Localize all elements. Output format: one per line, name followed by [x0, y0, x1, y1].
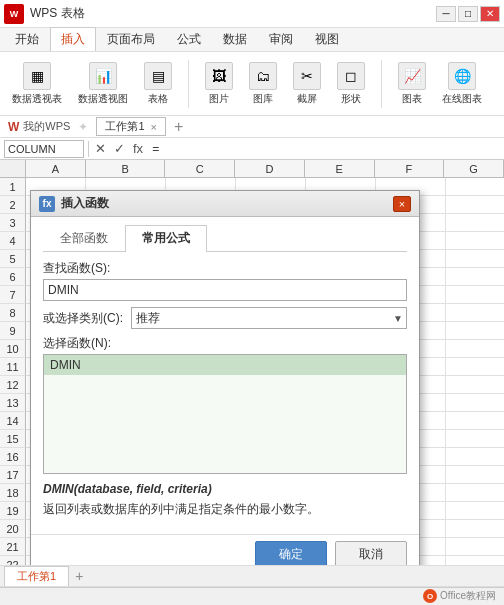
- cell-12-G[interactable]: [446, 376, 504, 393]
- row-header-13: 13: [0, 394, 26, 412]
- row-header-3: 3: [0, 214, 26, 232]
- tab-layout[interactable]: 页面布局: [96, 27, 166, 51]
- close-button[interactable]: ✕: [480, 6, 500, 22]
- cell-11-G[interactable]: [446, 358, 504, 375]
- shape-label: 形状: [341, 92, 361, 106]
- row-headers: 1234567891011121314151617181920212223242…: [0, 178, 26, 605]
- table-icon: ▤: [144, 62, 172, 90]
- cell-1-G[interactable]: [446, 178, 504, 195]
- status-bar: O Office教程网: [0, 587, 504, 605]
- tab-insert[interactable]: 插入: [50, 27, 96, 51]
- cell-9-G[interactable]: [446, 322, 504, 339]
- row-header-18: 18: [0, 484, 26, 502]
- insert-function-dialog[interactable]: fx 插入函数 × 全部函数 常用公式 查找函数(S):: [30, 190, 420, 578]
- formula-input[interactable]: [149, 140, 500, 158]
- shape-button[interactable]: ◻ 形状: [333, 60, 369, 108]
- cell-5-G[interactable]: [446, 250, 504, 267]
- tab-data[interactable]: 数据: [212, 27, 258, 51]
- function-list-item-dmin[interactable]: DMIN: [44, 355, 406, 375]
- cell-21-G[interactable]: [446, 538, 504, 555]
- search-row: 查找函数(S):: [43, 260, 407, 277]
- cell-13-G[interactable]: [446, 394, 504, 411]
- search-label: 查找函数(S):: [43, 260, 110, 277]
- workbook-tab-label: 工作第1: [105, 119, 144, 134]
- screenshot-icon: ✂: [293, 62, 321, 90]
- office-logo-icon: O: [423, 589, 437, 603]
- tab-home[interactable]: 开始: [4, 27, 50, 51]
- cell-7-G[interactable]: [446, 286, 504, 303]
- tab-formula[interactable]: 公式: [166, 27, 212, 51]
- col-header-a[interactable]: A: [26, 160, 86, 177]
- dialog-tab-common[interactable]: 常用公式: [125, 225, 207, 252]
- library-label: 图库: [253, 92, 273, 106]
- ok-button[interactable]: 确定: [255, 541, 327, 567]
- office-site-text: Office教程网: [440, 589, 496, 603]
- pivot-table-button[interactable]: ▦ 数据透视表: [8, 60, 66, 108]
- add-sheet-button[interactable]: +: [71, 568, 87, 584]
- tab-view[interactable]: 视图: [304, 27, 350, 51]
- cell-16-G[interactable]: [446, 448, 504, 465]
- cell-15-G[interactable]: [446, 430, 504, 447]
- cell-4-G[interactable]: [446, 232, 504, 249]
- confirm-formula-icon[interactable]: ✓: [112, 141, 127, 156]
- chart-label: 图表: [402, 92, 422, 106]
- cancel-formula-icon[interactable]: ✕: [93, 141, 108, 156]
- workbook-tab[interactable]: 工作第1 ×: [96, 117, 166, 136]
- workbook-close-icon[interactable]: ×: [151, 121, 157, 133]
- col-header-g[interactable]: G: [444, 160, 504, 177]
- cell-17-G[interactable]: [446, 466, 504, 483]
- table-label: 表格: [148, 92, 168, 106]
- search-input[interactable]: [43, 279, 407, 301]
- cell-10-G[interactable]: [446, 340, 504, 357]
- cell-8-G[interactable]: [446, 304, 504, 321]
- col-header-d[interactable]: D: [235, 160, 305, 177]
- cell-19-G[interactable]: [446, 502, 504, 519]
- online-chart-label: 在线图表: [442, 92, 482, 106]
- minimize-button[interactable]: ─: [436, 6, 456, 22]
- cell-20-G[interactable]: [446, 520, 504, 537]
- dialog-title-bar[interactable]: fx 插入函数 ×: [31, 191, 419, 217]
- tab-review[interactable]: 审阅: [258, 27, 304, 51]
- pivot-table-label: 数据透视表: [12, 92, 62, 106]
- add-workbook-button[interactable]: +: [170, 118, 187, 136]
- row-header-15: 15: [0, 430, 26, 448]
- category-select[interactable]: 推荐 全部 最近使用 财务 日期与时间 数学与三角函数 统计: [131, 307, 407, 329]
- func-list-label: 选择函数(N):: [43, 335, 111, 352]
- row-header-5: 5: [0, 250, 26, 268]
- cell-2-G[interactable]: [446, 196, 504, 213]
- online-chart-icon: 🌐: [448, 62, 476, 90]
- chart-button[interactable]: 📈 图表: [394, 60, 430, 108]
- row-header-19: 19: [0, 502, 26, 520]
- cell-3-G[interactable]: [446, 214, 504, 231]
- pivot-chart-label: 数据透视图: [78, 92, 128, 106]
- maximize-button[interactable]: □: [458, 6, 478, 22]
- dialog-close-button[interactable]: ×: [393, 196, 411, 212]
- col-header-b[interactable]: B: [86, 160, 166, 177]
- sheet-tab-1[interactable]: 工作第1: [4, 566, 69, 586]
- row-header-11: 11: [0, 358, 26, 376]
- col-headers: A B C D E F G: [0, 160, 504, 178]
- function-list[interactable]: DMIN: [43, 354, 407, 474]
- function-signature: DMIN(database, field, criteria): [43, 474, 407, 500]
- screenshot-button[interactable]: ✂ 截屏: [289, 60, 325, 108]
- col-header-f[interactable]: F: [375, 160, 445, 177]
- app-logo: W: [4, 4, 24, 24]
- row-header-2: 2: [0, 196, 26, 214]
- pivot-chart-button[interactable]: 📊 数据透视图: [74, 60, 132, 108]
- col-header-c[interactable]: C: [165, 160, 235, 177]
- fx-icon[interactable]: fx: [131, 141, 145, 156]
- corner-cell: [0, 160, 26, 177]
- cancel-button[interactable]: 取消: [335, 541, 407, 567]
- cell-18-G[interactable]: [446, 484, 504, 501]
- name-box[interactable]: [4, 140, 84, 158]
- online-chart-button[interactable]: 🌐 在线图表: [438, 60, 486, 108]
- dialog-tab-all[interactable]: 全部函数: [43, 225, 125, 251]
- category-label: 或选择类别(C):: [43, 310, 123, 327]
- col-header-e[interactable]: E: [305, 160, 375, 177]
- table-button[interactable]: ▤ 表格: [140, 60, 176, 108]
- picture-button[interactable]: 🖼 图片: [201, 60, 237, 108]
- cell-6-G[interactable]: [446, 268, 504, 285]
- cell-14-G[interactable]: [446, 412, 504, 429]
- row-header-1: 1: [0, 178, 26, 196]
- library-button[interactable]: 🗂 图库: [245, 60, 281, 108]
